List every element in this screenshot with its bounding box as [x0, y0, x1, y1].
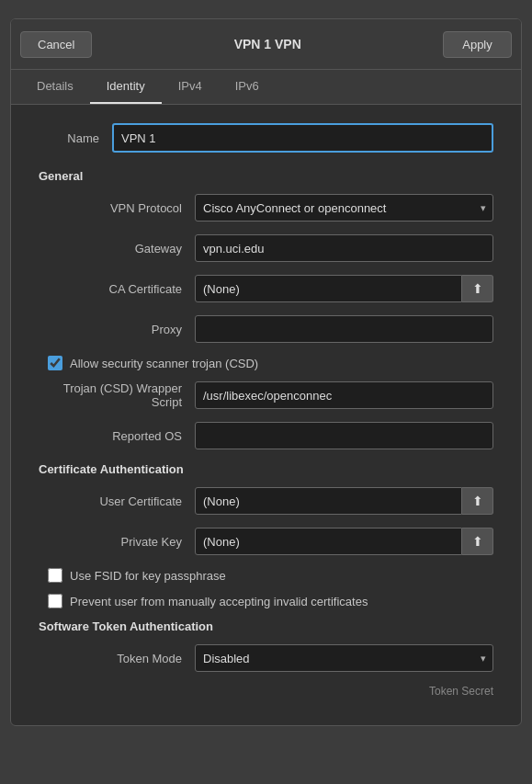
vpn-dialog: Cancel VPN 1 VPN Apply Details Identity …: [10, 18, 522, 726]
user-certificate-label: User Certificate: [39, 494, 195, 508]
reported-os-input[interactable]: [195, 422, 493, 449]
prevent-invalid-row: Prevent user from manually accepting inv…: [39, 594, 493, 608]
private-key-input[interactable]: [195, 528, 462, 555]
use-fsid-row: Use FSID for key passphrase: [39, 568, 493, 583]
user-certificate-input[interactable]: [195, 487, 462, 515]
token-mode-select[interactable]: Disabled TOTP HOTP: [195, 644, 493, 672]
main-content: Name General VPN Protocol Cisco AnyConne…: [11, 105, 521, 725]
name-input[interactable]: [112, 123, 493, 153]
cert-auth-section-title: Certificate Authentication: [39, 462, 493, 476]
ca-certificate-upload-button[interactable]: ⬆: [462, 275, 493, 302]
proxy-row: Proxy: [39, 315, 493, 343]
token-secret-row: Token Secret: [39, 685, 493, 698]
use-fsid-label: Use FSID for key passphrase: [70, 569, 226, 583]
name-label: Name: [39, 131, 112, 145]
vpn-protocol-row: VPN Protocol Cisco AnyConnect or opencon…: [39, 194, 493, 222]
allow-security-scanner-checkbox[interactable]: [48, 356, 62, 370]
dialog-title: VPN 1 VPN: [92, 37, 443, 51]
gateway-label: Gateway: [39, 242, 195, 256]
general-section: General VPN Protocol Cisco AnyConnect or…: [39, 169, 493, 449]
trojan-wrapper-label: Trojan (CSD) Wrapper Script: [39, 381, 195, 409]
cancel-button[interactable]: Cancel: [20, 31, 92, 58]
user-certificate-row: User Certificate ⬆: [39, 487, 493, 515]
use-fsid-checkbox[interactable]: [48, 568, 62, 583]
trojan-wrapper-row: Trojan (CSD) Wrapper Script: [39, 381, 493, 409]
allow-security-scanner-row: Allow security scanner trojan (CSD): [39, 356, 493, 370]
private-key-row: Private Key ⬆: [39, 528, 493, 555]
token-section-title: Software Token Authentication: [39, 619, 493, 633]
token-secret-label: Token Secret: [429, 685, 493, 698]
vpn-protocol-label: VPN Protocol: [39, 201, 195, 215]
proxy-input[interactable]: [195, 315, 493, 343]
name-row: Name: [39, 123, 493, 153]
reported-os-row: Reported OS: [39, 422, 493, 449]
token-mode-select-wrapper: Disabled TOTP HOTP ▾: [195, 644, 493, 672]
vpn-protocol-select-wrapper: Cisco AnyConnect or openconnect ▾: [195, 194, 493, 222]
trojan-wrapper-input[interactable]: [195, 381, 493, 409]
gateway-input[interactable]: [195, 234, 493, 262]
vpn-protocol-select[interactable]: Cisco AnyConnect or openconnect: [195, 194, 493, 222]
token-mode-row: Token Mode Disabled TOTP HOTP ▾: [39, 644, 493, 672]
ca-certificate-wrapper: ⬆: [195, 275, 493, 302]
user-certificate-upload-button[interactable]: ⬆: [462, 487, 493, 515]
private-key-label: Private Key: [39, 535, 195, 549]
tab-bar: Details Identity IPv4 IPv6: [11, 70, 521, 105]
general-section-title: General: [39, 169, 493, 183]
apply-button[interactable]: Apply: [443, 31, 512, 58]
cert-auth-section: Certificate Authentication User Certific…: [39, 462, 493, 608]
gateway-row: Gateway: [39, 234, 493, 262]
tab-details[interactable]: Details: [20, 70, 90, 104]
prevent-invalid-label: Prevent user from manually accepting inv…: [70, 595, 368, 608]
token-mode-label: Token Mode: [39, 652, 195, 665]
tab-ipv4[interactable]: IPv4: [162, 70, 219, 104]
ca-certificate-label: CA Certificate: [39, 282, 195, 296]
private-key-upload-button[interactable]: ⬆: [462, 528, 493, 555]
ca-certificate-row: CA Certificate ⬆: [39, 275, 493, 302]
prevent-invalid-checkbox[interactable]: [48, 594, 62, 608]
allow-security-scanner-label: Allow security scanner trojan (CSD): [70, 357, 258, 370]
proxy-label: Proxy: [39, 323, 195, 336]
tab-ipv6[interactable]: IPv6: [219, 70, 276, 104]
user-certificate-wrapper: ⬆: [195, 487, 493, 515]
ca-certificate-input[interactable]: [195, 275, 462, 302]
token-section: Software Token Authentication Token Mode…: [39, 619, 493, 698]
titlebar: Cancel VPN 1 VPN Apply: [11, 19, 521, 70]
reported-os-label: Reported OS: [39, 429, 195, 443]
private-key-wrapper: ⬆: [195, 528, 493, 555]
tab-identity[interactable]: Identity: [90, 70, 162, 104]
